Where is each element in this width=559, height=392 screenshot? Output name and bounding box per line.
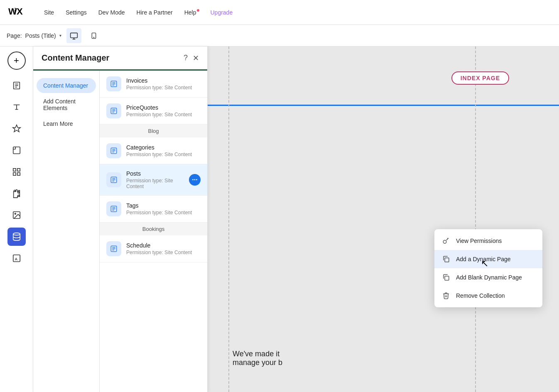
svg-rect-13: [13, 169, 15, 171]
svg-text:A: A: [15, 257, 17, 261]
cm-nav-add-content[interactable]: Add Content Elements: [37, 94, 96, 115]
row-name-tags: Tags: [126, 202, 201, 209]
row-sub-posts: Permission type: Site Content: [126, 178, 189, 189]
table-row[interactable]: Invoices Permission type: Site Content: [100, 71, 207, 98]
sidebar-text-icon[interactable]: [7, 98, 26, 116]
ctx-add-blank-dynamic-page[interactable]: Add Blank Dynamic Page: [434, 268, 542, 287]
row-sub-categories: Permission type: Site Content: [126, 152, 201, 157]
add-element-button[interactable]: +: [7, 51, 26, 70]
ctx-remove-collection[interactable]: Remove Collection: [434, 287, 542, 305]
row-name-schedule: Schedule: [126, 242, 201, 249]
svg-rect-48: [445, 276, 449, 280]
table-row-posts[interactable]: Posts Permission type: Site Content ···: [100, 164, 207, 196]
wix-logo: W i X: [8, 6, 28, 19]
cm-left-nav: Content Manager Add Content Elements Lea…: [33, 71, 100, 392]
ctx-view-permissions[interactable]: View Permissions: [434, 232, 542, 250]
sidebar-image-icon[interactable]: [7, 206, 26, 224]
cm-nav-learn-more[interactable]: Learn More: [37, 116, 96, 131]
help-notification-dot: [197, 9, 199, 12]
sidebar-pages-icon[interactable]: [7, 76, 26, 95]
svg-point-19: [13, 233, 20, 235]
svg-point-46: [443, 240, 446, 244]
ctx-view-permissions-label: View Permissions: [456, 238, 502, 244]
ctx-add-dynamic-page[interactable]: Add a Dynamic Page: [434, 250, 542, 268]
row-icon-posts: [106, 172, 121, 187]
cm-nav-content-manager[interactable]: Content Manager: [37, 78, 96, 93]
nav-upgrade[interactable]: Upgrade: [209, 7, 233, 17]
row-sub-schedule: Permission type: Site Content: [126, 250, 201, 255]
row-icon-schedule: [106, 241, 121, 256]
context-menu: View Permissions Add a Dynamic Page Add …: [434, 229, 542, 307]
row-info-schedule: Schedule Permission type: Site Content: [126, 242, 201, 255]
nav-hire-partner[interactable]: Hire a Partner: [136, 7, 174, 17]
key-icon: [442, 237, 450, 245]
page-selector[interactable]: Page: Posts (Title) ▾: [7, 32, 61, 39]
row-name-pricequotes: PriceQuotes: [126, 104, 201, 111]
row-icon-pricequotes: [106, 103, 121, 118]
svg-rect-14: [17, 169, 20, 171]
row-info-pricequotes: PriceQuotes Permission type: Site Conten…: [126, 104, 201, 118]
nav-settings[interactable]: Settings: [65, 7, 88, 17]
mobile-view-button[interactable]: [86, 28, 101, 43]
table-row[interactable]: Tags Permission type: Site Content: [100, 196, 207, 223]
close-icon[interactable]: ✕: [193, 54, 199, 63]
row-info-posts: Posts Permission type: Site Content: [126, 170, 189, 189]
row-icon-tags: [106, 201, 121, 216]
row-menu-button-posts[interactable]: ···: [189, 174, 201, 186]
table-row[interactable]: Schedule Permission type: Site Content: [100, 235, 207, 262]
row-info-categories: Categories Permission type: Site Content: [126, 144, 201, 157]
content-manager-panel: Content Manager ? ✕ Content Manager Add …: [33, 47, 208, 392]
page-label: Page:: [7, 32, 22, 39]
row-sub-invoices: Permission type: Site Content: [126, 85, 201, 91]
section-header-blog: Blog: [100, 125, 207, 137]
svg-text:i: i: [14, 6, 16, 16]
header-actions: ? ✕: [184, 54, 199, 63]
index-page-label: INDEX PAGE: [451, 71, 509, 85]
svg-rect-3: [70, 33, 77, 38]
trash-icon: [442, 292, 450, 300]
page-name: Posts (Title): [25, 32, 56, 39]
table-row[interactable]: PriceQuotes Permission type: Site Conten…: [100, 98, 207, 125]
ctx-add-blank-dynamic-page-label: Add Blank Dynamic Page: [456, 274, 522, 281]
nav-help[interactable]: Help: [184, 7, 200, 17]
ctx-remove-collection-label: Remove Collection: [456, 292, 505, 299]
sidebar-grid-icon[interactable]: [7, 163, 26, 181]
canvas-area: INDEX PAGE We've made itmanage your b Vi…: [208, 47, 559, 392]
sidebar-font-icon[interactable]: A: [7, 249, 26, 267]
sidebar-design-icon[interactable]: [7, 120, 26, 138]
main-layout: + A Content Manager: [0, 47, 559, 392]
dashed-guide-left: [228, 47, 229, 392]
second-toolbar: Page: Posts (Title) ▾: [0, 25, 559, 47]
dashed-guide-right: [475, 47, 476, 392]
nav-help-label: Help: [184, 7, 197, 17]
left-sidebar: + A: [0, 47, 33, 392]
nav-site[interactable]: Site: [43, 7, 55, 17]
cm-content-list: Invoices Permission type: Site Content P…: [100, 71, 207, 392]
chevron-down-icon: ▾: [59, 33, 61, 38]
content-manager-title: Content Manager: [42, 53, 109, 63]
content-manager-body: Content Manager Add Content Elements Lea…: [33, 71, 207, 392]
canvas-bottom-text: We've made itmanage your b: [233, 350, 282, 367]
content-manager-header: Content Manager ? ✕: [33, 47, 207, 71]
sidebar-crop-icon[interactable]: [7, 141, 26, 159]
row-info-tags: Tags Permission type: Site Content: [126, 202, 201, 216]
top-navigation: W i X Site Settings Dev Mode Hire a Part…: [0, 0, 559, 25]
table-row[interactable]: Categories Permission type: Site Content: [100, 137, 207, 164]
svg-rect-15: [13, 173, 15, 175]
sidebar-database-icon[interactable]: [7, 228, 26, 246]
blue-selection-line: [208, 105, 559, 106]
svg-point-18: [15, 213, 16, 214]
section-header-bookings: Bookings: [100, 223, 207, 235]
nav-devmode[interactable]: Dev Mode: [98, 7, 126, 17]
desktop-view-button[interactable]: [66, 28, 81, 43]
svg-text:X: X: [17, 6, 23, 16]
svg-point-7: [93, 37, 94, 37]
row-name-posts: Posts: [126, 170, 189, 177]
help-icon[interactable]: ?: [184, 54, 188, 62]
sidebar-puzzle-icon[interactable]: [7, 184, 26, 203]
row-name-invoices: Invoices: [126, 77, 201, 84]
copy-blank-icon: [442, 273, 450, 282]
row-icon-categories: [106, 143, 121, 158]
copy-icon: [442, 255, 450, 263]
svg-rect-12: [13, 147, 20, 154]
